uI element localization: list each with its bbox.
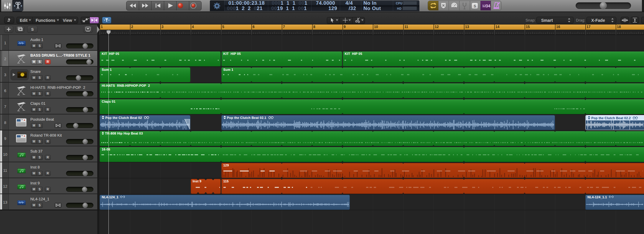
svg-text:S: S [474,4,476,8]
svg-text:34: 34 [486,4,490,8]
svg-text:12: 12 [482,4,486,8]
